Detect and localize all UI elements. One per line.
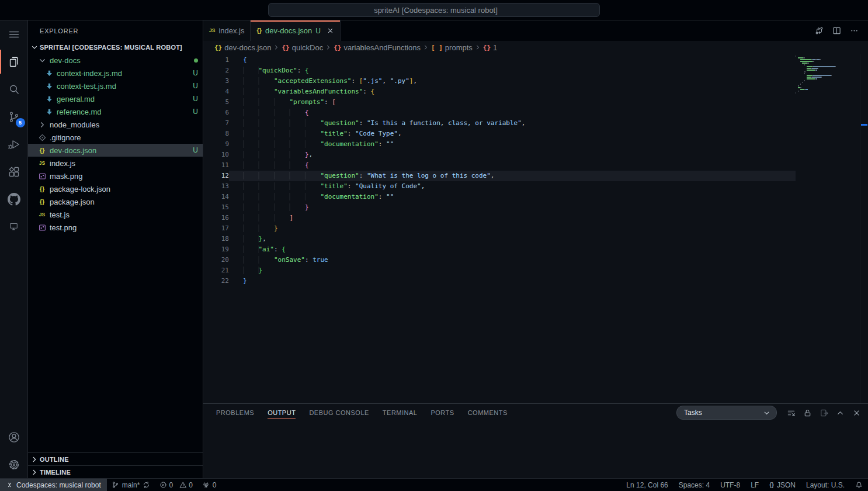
panel-header: PROBLEMSOUTPUTDEBUG CONSOLETERMINALPORTS… — [203, 404, 868, 421]
sidebar-bottom-sections: OUTLINE TIMELINE — [28, 452, 203, 478]
status-notifications[interactable] — [850, 479, 868, 491]
breadcrumb-item-dev-docs.json[interactable]: {}dev-docs.json — [214, 43, 271, 52]
code-editor[interactable]: 1{2 "quickDoc": {3 "acceptedExtensions":… — [203, 54, 868, 403]
tree-item-test.js[interactable]: JStest.js — [28, 208, 203, 221]
activity-item-account[interactable] — [0, 423, 28, 451]
panel-tab-debug-console[interactable]: DEBUG CONSOLE — [309, 404, 369, 421]
code-line-20[interactable]: 20 "onSave": true — [203, 255, 796, 265]
tree-item-test.png[interactable]: test.png — [28, 221, 203, 234]
status-indentation[interactable]: Spaces: 4 — [673, 479, 715, 491]
activity-item-github[interactable] — [0, 185, 28, 213]
minimap[interactable] — [796, 56, 860, 94]
code-line-10[interactable]: 10 }, — [203, 150, 796, 160]
tree-item-package-lock.json[interactable]: {}package-lock.json — [28, 182, 203, 195]
code-line-6[interactable]: 6 { — [203, 108, 796, 118]
tree-item-general.md[interactable]: general.mdU — [28, 92, 203, 105]
status-language-mode[interactable]: {}JSON — [764, 479, 801, 491]
tree-item-node_modules[interactable]: node_modules — [28, 118, 203, 131]
tree-item-context-test.js.md[interactable]: context-test.js.mdU — [28, 79, 203, 92]
tree-item-package.json[interactable]: {}package.json — [28, 195, 203, 208]
status-remote-indicator[interactable]: Codespaces: musical robot — [0, 479, 107, 491]
output-channel-select[interactable]: Tasks — [676, 406, 777, 420]
command-center-text: spriteAI [Codespaces: musical robot] — [374, 6, 498, 15]
radio-tower-icon — [202, 481, 210, 489]
tree-item-index.js[interactable]: JSindex.js — [28, 157, 203, 170]
code-line-15[interactable]: 15 } — [203, 202, 796, 213]
open-changes-icon[interactable] — [815, 26, 824, 35]
close-icon[interactable] — [327, 27, 334, 34]
code-line-4[interactable]: 4 "variablesAndFunctions": { — [203, 87, 796, 97]
symbol-icon: {} — [282, 44, 289, 51]
breadcrumb-item-variablesAndFunctions[interactable]: {}variablesAndFunctions — [334, 43, 421, 52]
status-cursor-position[interactable]: Ln 12, Col 66 — [621, 479, 673, 491]
tree-item-dev-docs.json[interactable]: {}dev-docs.jsonU — [28, 144, 203, 157]
breadcrumb-item-1[interactable]: {}1 — [483, 43, 497, 52]
code-line-19[interactable]: 19 "ai": { — [203, 244, 796, 255]
line-number: 16 — [203, 213, 229, 223]
panel-tab-terminal[interactable]: TERMINAL — [383, 404, 418, 421]
status-git-branch[interactable]: main* — [107, 479, 155, 491]
status-left: Codespaces: musical robotmain*000 — [0, 479, 221, 491]
status-keyboard-layout[interactable]: Layout: U.S. — [801, 479, 850, 491]
status-encoding[interactable]: UTF-8 — [715, 479, 745, 491]
code-line-12[interactable]: 12 "question": "What is the log o of thi… — [203, 171, 796, 181]
tree-item-label: general.md — [57, 95, 190, 103]
panel-tab-problems[interactable]: PROBLEMS — [216, 404, 254, 421]
code-line-2[interactable]: 2 "quickDoc": { — [203, 65, 796, 76]
clear-output-icon[interactable] — [787, 409, 796, 417]
breadcrumb-label: dev-docs.json — [224, 43, 271, 52]
overview-ruler[interactable] — [860, 54, 868, 403]
panel-tab-output[interactable]: OUTPUT — [268, 404, 296, 421]
panel-tab-comments[interactable]: COMMENTS — [468, 404, 508, 421]
code-line-11[interactable]: 11 { — [203, 160, 796, 171]
split-editor-icon[interactable] — [832, 26, 841, 35]
activity-item-menu[interactable] — [0, 20, 28, 48]
tree-item-reference.md[interactable]: reference.mdU — [28, 105, 203, 118]
more-actions-icon[interactable] — [850, 26, 859, 35]
code-line-5[interactable]: 5 "prompts": [ — [203, 97, 796, 108]
code-line-17[interactable]: 17 } — [203, 223, 796, 234]
activity-item-settings-gear[interactable] — [0, 451, 28, 478]
tab-modified-badge: U — [315, 27, 321, 35]
project-root-folder[interactable]: SPRITEAI [CODESPACES: MUSICAL ROBOT] — [28, 41, 203, 54]
code-line-18[interactable]: 18 }, — [203, 234, 796, 244]
code-line-16[interactable]: 16 ] — [203, 213, 796, 223]
activity-item-explorer[interactable] — [0, 48, 28, 75]
outline-section[interactable]: OUTLINE — [28, 452, 203, 465]
activity-item-remote-explorer[interactable] — [0, 213, 28, 240]
command-center-search[interactable]: spriteAI [Codespaces: musical robot] — [268, 3, 600, 17]
activity-item-source-control[interactable]: 5 — [0, 103, 28, 130]
code-line-1[interactable]: 1{ — [203, 55, 796, 65]
status-ports[interactable]: 0 — [197, 479, 221, 491]
breadcrumb-item-prompts[interactable]: [ ]prompts — [431, 43, 473, 52]
activity-item-extensions[interactable] — [0, 158, 28, 185]
code-line-8[interactable]: 8 "title": "Code Type", — [203, 129, 796, 139]
activity-item-run-debug[interactable] — [0, 130, 28, 158]
tree-item-context-index.js.md[interactable]: context-index.js.mdU — [28, 67, 203, 79]
tab-dev-docs.json[interactable]: {}dev-docs.jsonU — [251, 20, 340, 41]
status-eol[interactable]: LF — [745, 479, 764, 491]
code-line-14[interactable]: 14 "documentation": "" — [203, 192, 796, 202]
code-line-9[interactable]: 9 "documentation": "" — [203, 139, 796, 150]
panel-tab-ports[interactable]: PORTS — [430, 404, 454, 421]
code-line-13[interactable]: 13 "title": "Quality of Code", — [203, 181, 796, 192]
status-problems[interactable]: 00 — [155, 479, 197, 491]
code-line-7[interactable]: 7 "question": "Is this a function, class… — [203, 118, 796, 129]
tree-item-mask.png[interactable]: mask.png — [28, 170, 203, 182]
open-in-editor-icon[interactable] — [820, 409, 828, 417]
maximize-panel-icon[interactable] — [836, 409, 845, 417]
code-line-3[interactable]: 3 "acceptedExtensions": [".js", ".py"], — [203, 76, 796, 87]
breadcrumb-item-quickDoc[interactable]: {}quickDoc — [282, 43, 323, 52]
tree-item-dev-docs[interactable]: dev-docs — [28, 54, 203, 67]
unlock-icon[interactable] — [803, 409, 812, 417]
status-text: JSON — [777, 481, 796, 489]
tab-index.js[interactable]: JSindex.js — [203, 20, 251, 41]
code-line-21[interactable]: 21 } — [203, 265, 796, 276]
activity-item-search[interactable] — [0, 75, 28, 103]
line-number: 21 — [203, 265, 229, 276]
tree-item-.gitignore[interactable]: .gitignore — [28, 131, 203, 144]
markdown-icon — [44, 82, 54, 91]
timeline-section[interactable]: TIMELINE — [28, 465, 203, 478]
code-line-22[interactable]: 22} — [203, 276, 796, 286]
close-panel-icon[interactable] — [852, 409, 861, 417]
